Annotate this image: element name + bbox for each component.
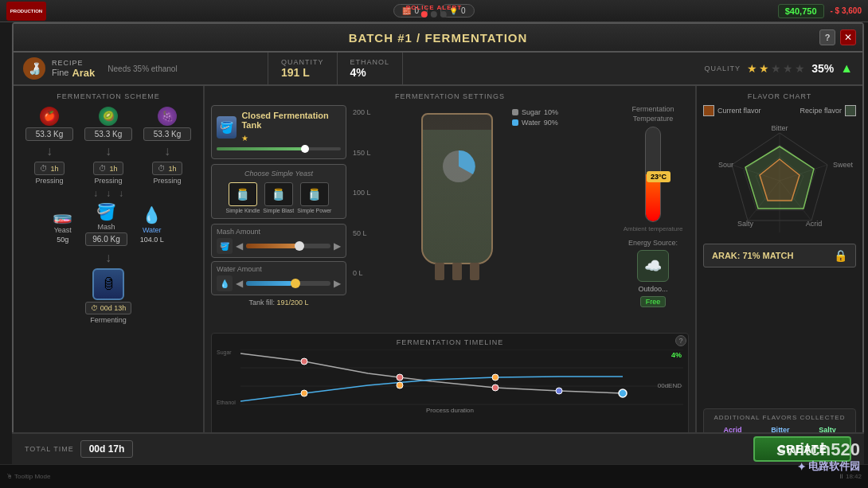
water-icon-small: 💧 bbox=[217, 275, 233, 291]
mash-decrease-button[interactable]: ◀ bbox=[236, 240, 243, 252]
fermenting-time: ⏱ 00d 13h bbox=[85, 302, 132, 314]
settings-area: 🪣 Closed Fermentation Tank ★ bbox=[211, 105, 689, 328]
close-button[interactable]: ✕ bbox=[840, 29, 856, 45]
recipe-section: 🍶 RECIPE Fine Arak Needs 35% ethanol bbox=[14, 53, 268, 84]
water-decrease-button[interactable]: ◀ bbox=[236, 278, 243, 289]
quantity-value: 191 L bbox=[281, 66, 324, 79]
timeline-svg bbox=[240, 349, 683, 405]
recipe-flavor-box bbox=[845, 105, 856, 116]
tank-selector[interactable]: 🪣 Closed Fermentation Tank ★ bbox=[211, 105, 346, 159]
timeline-pct: 4% bbox=[671, 351, 682, 359]
yeast-option-3[interactable]: 🫙 Simple Power bbox=[297, 182, 331, 213]
tank-fill-display: Tank fill: 191/200 L bbox=[211, 299, 346, 306]
timeline-help-button[interactable]: ? bbox=[675, 335, 686, 346]
tank-name: Closed Fermentation Tank bbox=[241, 111, 341, 130]
pressing-1: ⏱ 1h Pressing bbox=[34, 162, 64, 185]
fermenting-barrel-icon: 🛢 bbox=[92, 268, 124, 300]
temp-value: 23°C bbox=[647, 171, 671, 182]
svg-point-11 bbox=[397, 382, 403, 388]
mash-info: 🪣 Mash 96.0 Kg bbox=[85, 202, 127, 246]
water-amount-label: Water Amount bbox=[217, 265, 341, 273]
water-slider-track[interactable] bbox=[246, 281, 330, 286]
money-section: $40,750 - $ 3,600 bbox=[778, 4, 862, 18]
jar-area: 200 L 150 L 100 L 50 L 0 L bbox=[353, 105, 611, 328]
police-dot-1 bbox=[421, 11, 428, 18]
status-bar: 🖱 Tooltip Mode ⏸ 18:42 bbox=[0, 464, 868, 488]
yeast-option-1[interactable]: 🫙 Simple Kindle bbox=[226, 182, 260, 213]
star-1: ★ bbox=[747, 62, 757, 75]
svg-point-9 bbox=[619, 389, 627, 397]
ethanol-axis-label: Ethanol bbox=[217, 400, 236, 405]
mash-increase-button[interactable]: ▶ bbox=[334, 240, 341, 252]
arrow-down-1: ↓ bbox=[46, 144, 53, 158]
current-flavor-box bbox=[703, 105, 714, 116]
mash-weight: 96.0 Kg bbox=[85, 232, 127, 246]
sugar-label: Sugar bbox=[522, 108, 541, 116]
mash-slider-track[interactable] bbox=[246, 244, 330, 248]
temp-label: Fermentation Temperature bbox=[617, 105, 689, 123]
jar-container bbox=[421, 105, 493, 280]
total-time-value: 00d 17h bbox=[80, 440, 134, 458]
energy-source-icon[interactable]: ☁️ bbox=[637, 250, 669, 282]
yeast-img-3[interactable]: 🫙 bbox=[300, 182, 329, 206]
pressing-label-2: Pressing bbox=[94, 177, 122, 185]
flavor-chart-section: FLAVOR CHART Current flavor Recipe flavo… bbox=[703, 92, 856, 404]
police-alert-section: POLICE ALERT bbox=[406, 4, 462, 18]
svg-point-10 bbox=[301, 390, 307, 396]
svg-text:Sweet: Sweet bbox=[833, 161, 854, 169]
water-chart-label: Water bbox=[522, 119, 541, 127]
quality-percent: 35% bbox=[811, 62, 834, 75]
fermenting-label: Fermenting bbox=[90, 316, 127, 324]
tooltip-mode-label: 🖱 Tooltip Mode bbox=[6, 473, 50, 480]
help-button[interactable]: ? bbox=[819, 29, 835, 45]
arrow-row-1: ↓ ↓ ↓ bbox=[20, 144, 197, 158]
ethanol-section: ETHANOL 4% bbox=[338, 53, 404, 84]
quality-section: QUALITY ★ ★ ★ ★ ★ 35% ▲ bbox=[695, 53, 862, 84]
press-icon-2: ⏱ bbox=[99, 164, 107, 173]
sugar-legend-dot bbox=[512, 109, 518, 115]
svg-point-8 bbox=[556, 388, 562, 394]
jar-labels: 200 L 150 L 100 L 50 L 0 L bbox=[353, 105, 371, 280]
top-bar: PRODUCTION 🧱 0 💡 0 POLICE ALERT $40,750 … bbox=[0, 0, 868, 22]
ingredient-3: 🍇 53.3 Kg bbox=[143, 107, 191, 141]
left-panel: FERMENTATION SCHEME 🍎 53.3 Kg 🥝 53.3 Kg bbox=[14, 86, 205, 455]
timeline-canvas: Sugar Ethanol bbox=[217, 349, 683, 405]
total-time-label: TOTAL TIME bbox=[25, 445, 74, 453]
ambient-label: Ambient temperature bbox=[624, 225, 683, 232]
mash-amount-label: Mash Amount bbox=[217, 228, 341, 236]
ingredient-amount-3: 53.3 Kg bbox=[143, 127, 191, 141]
water-icon: 💧 bbox=[142, 205, 162, 224]
mash-icon-small: 🪣 bbox=[217, 238, 233, 254]
water-pct: 90% bbox=[544, 119, 558, 127]
arrow-down-2: ↓ bbox=[105, 144, 111, 158]
svg-point-7 bbox=[492, 385, 499, 391]
jar-body bbox=[421, 113, 493, 264]
star-5: ★ bbox=[795, 62, 805, 75]
tank-quality-slider bbox=[217, 147, 341, 150]
money-amount: $40,750 bbox=[778, 4, 824, 18]
yeast-name-3: Simple Power bbox=[297, 208, 331, 213]
yeast-option-2[interactable]: 🫙 Simple Blast bbox=[263, 182, 294, 213]
temp-area: Fermentation Temperature 23°C Ambient te… bbox=[617, 105, 689, 328]
yeast-img-2[interactable]: 🫙 bbox=[264, 182, 293, 206]
water-increase-button[interactable]: ▶ bbox=[334, 278, 341, 289]
money-change: - $ 3,600 bbox=[831, 6, 862, 15]
yeast-selector[interactable]: Choose Simple Yeast 🫙 Simple Kindle 🫙 Si… bbox=[211, 164, 346, 219]
ingredient-icon-2: 🥝 bbox=[99, 107, 118, 126]
recipe-flavor-legend: Recipe flavor bbox=[800, 105, 856, 116]
recipe-needs: Needs 35% ethanol bbox=[108, 64, 177, 73]
lock-icon: 🔒 bbox=[834, 249, 847, 262]
press-icon-3: ⏱ bbox=[158, 164, 166, 173]
sugar-axis-label: Sugar bbox=[217, 349, 236, 355]
clock-icon: ⏱ bbox=[91, 304, 98, 312]
time-display: ⏸ 18:42 bbox=[838, 473, 862, 480]
ingredient-amount-2: 53.3 Kg bbox=[84, 127, 132, 141]
svg-text:Sour: Sour bbox=[718, 161, 733, 169]
water-slider-thumb[interactable] bbox=[291, 279, 300, 288]
match-text: ARAK: 71% MATCH bbox=[712, 251, 793, 260]
mash-slider-thumb[interactable] bbox=[295, 241, 304, 251]
flavor-legend: Current flavor Recipe flavor bbox=[703, 105, 856, 116]
pressing-label-1: Pressing bbox=[35, 177, 63, 185]
yeast-img-1[interactable]: 🫙 bbox=[229, 182, 257, 206]
press-icon-1: ⏱ bbox=[40, 164, 48, 173]
